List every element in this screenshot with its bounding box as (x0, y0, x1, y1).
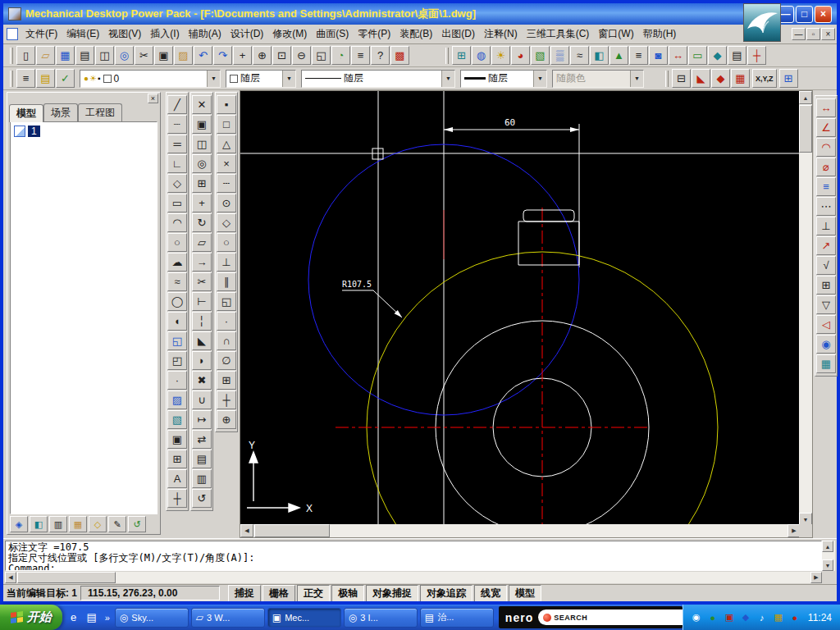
menu-item[interactable]: 三维工具集(C) (523, 25, 594, 43)
menu-item[interactable]: 注释(N) (480, 25, 522, 43)
snap-intersection-icon[interactable]: × (217, 154, 236, 173)
linetype-combo[interactable]: 随层 ▼ (301, 70, 455, 88)
color-combo[interactable]: 随层 ▼ (226, 70, 296, 88)
snap-tangent-icon[interactable]: ○ (217, 233, 236, 252)
snap-node-icon[interactable]: · (217, 312, 236, 331)
osnap-toggle[interactable]: 对象捕捉 (366, 585, 418, 602)
fillet-icon[interactable]: ◗ (192, 351, 212, 370)
coordinate-display[interactable]: 115.15, 276.23, 0.00 (80, 586, 220, 600)
toolbar-grip[interactable] (10, 48, 13, 64)
network-icon[interactable]: ▦ (772, 611, 785, 624)
bom-icon[interactable]: ▦ (816, 354, 836, 373)
lineweight-toggle[interactable]: 线宽 (474, 585, 507, 602)
start-button[interactable]: 开始 (0, 605, 62, 630)
tab-model[interactable]: 模型 (9, 104, 43, 122)
chamfer-icon[interactable]: ◣ (192, 331, 212, 350)
polar-toggle[interactable]: 极轴 (331, 585, 364, 602)
update-icon[interactable]: ↺ (128, 516, 146, 532)
xyz-filter-button[interactable]: X,Y,Z (752, 69, 777, 88)
break-icon[interactable]: ╎ (192, 312, 212, 331)
erase-icon[interactable]: ✕ (192, 95, 212, 114)
drawing-icon[interactable]: ▥ (49, 516, 67, 532)
ie-icon[interactable]: e (66, 609, 82, 626)
baseline-dimension-icon[interactable]: ≡ (816, 177, 836, 196)
rotate-icon[interactable]: ↻ (192, 213, 212, 232)
undo-icon[interactable]: ↶ (194, 46, 212, 65)
task-mechanical[interactable]: ▣Mec... (267, 608, 341, 628)
polygon-icon[interactable]: ◇ (167, 174, 187, 193)
balloon-icon[interactable]: ◉ (816, 335, 836, 354)
ortho-toggle[interactable]: 正交 (297, 585, 330, 602)
snap-toggle[interactable]: 捕捉 (228, 585, 261, 602)
show-desktop-icon[interactable]: ▤ (84, 609, 100, 626)
mdi-minimize-button[interactable]: — (792, 28, 806, 40)
chain-dimension-icon[interactable]: ⋯ (816, 197, 836, 216)
maximize-button[interactable]: □ (796, 6, 813, 23)
model-toggle[interactable]: 模型 (509, 585, 541, 602)
chevron-down-icon[interactable]: ▼ (441, 71, 454, 87)
nero-tray-icon[interactable]: ◉ (690, 611, 703, 624)
drawing-canvas[interactable]: 60 R107.5 (240, 91, 801, 526)
power-dimension-icon[interactable]: ↔ (816, 98, 836, 117)
update-icon[interactable]: ● (788, 611, 801, 624)
tree-item-drawing[interactable]: 1 (14, 126, 153, 137)
menu-item[interactable]: 编辑(E) (62, 25, 103, 43)
temp-track-icon[interactable]: ┼ (217, 390, 236, 409)
camera-icon[interactable]: ◙ (649, 46, 668, 65)
design-center-icon[interactable]: ⊞ (452, 46, 471, 65)
snap-from-icon[interactable]: ▪ (217, 95, 236, 114)
toolbar-grip[interactable] (10, 71, 13, 87)
zoom-window-icon[interactable]: ⊡ (272, 46, 291, 65)
weld-symbol-icon[interactable]: ◁ (816, 315, 836, 334)
angular-dimension-icon[interactable]: ∠ (816, 118, 836, 137)
layer-states-icon[interactable]: ▤ (36, 69, 55, 88)
mline-icon[interactable]: ═ (167, 135, 187, 153)
menu-item[interactable]: 辅助(A) (185, 25, 226, 43)
revcloud-icon[interactable]: ☁ (167, 253, 187, 272)
point-style-icon[interactable]: ┼ (167, 489, 187, 508)
volume-icon[interactable]: ♪ (756, 611, 769, 624)
chevron-down-icon[interactable]: ▼ (533, 71, 546, 87)
zoom-dynamic-icon[interactable]: ⊕ (217, 410, 236, 429)
mdi-close-button[interactable]: × (821, 28, 835, 40)
print-preview-icon[interactable]: ◫ (95, 46, 114, 65)
regen-icon[interactable]: ↺ (192, 489, 212, 508)
command-vertical-scrollbar[interactable]: ▲ ▼ (822, 541, 835, 571)
nero-search-box[interactable]: SEARCH (538, 609, 703, 625)
datum-icon[interactable]: ▽ (816, 295, 836, 314)
spline-icon[interactable]: ≈ (167, 272, 187, 291)
task-document[interactable]: ▤治... (420, 608, 494, 628)
snap-extension-icon[interactable]: ┄ (217, 174, 236, 193)
otrack-toggle[interactable]: 对象追踪 (420, 585, 472, 602)
rectangle-icon[interactable]: ▭ (167, 194, 187, 212)
match-properties-icon[interactable]: ▥ (192, 469, 212, 488)
copy-icon[interactable]: ▣ (154, 46, 173, 65)
orbit-icon[interactable]: ◔ (331, 46, 350, 65)
toolbar-grip[interactable] (445, 48, 449, 64)
cut-icon[interactable]: ✂ (135, 46, 153, 65)
list-icon[interactable]: ▤ (728, 46, 746, 65)
circle-icon[interactable]: ○ (167, 233, 187, 252)
panel-close-button[interactable]: × (148, 94, 158, 103)
arc-icon[interactable]: ◠ (167, 213, 187, 232)
hatch-icon[interactable]: ▨ (167, 390, 187, 409)
snap-center-icon[interactable]: ⊙ (217, 194, 236, 212)
menu-item[interactable]: 修改(M) (268, 25, 311, 43)
save-icon[interactable]: ▦ (56, 46, 75, 65)
landscape-icon[interactable]: ▲ (609, 46, 628, 65)
osnap-settings-icon[interactable]: ⊞ (779, 69, 798, 88)
layer-combo[interactable]: ●☀▪ 0 ▼ (80, 70, 221, 88)
menu-item[interactable]: 装配(B) (395, 25, 436, 43)
assembly-icon[interactable]: ◈ (10, 516, 28, 532)
pan-icon[interactable]: + (233, 46, 252, 65)
canvas-vertical-scrollbar[interactable]: ▲ ▼ (799, 91, 812, 526)
make-block-icon[interactable]: ◰ (167, 351, 187, 370)
options-icon[interactable]: ◇ (89, 516, 107, 532)
render-icon[interactable]: ◍ (472, 46, 491, 65)
tab-drawing[interactable]: 工程图 (78, 103, 122, 121)
graphics-tray-icon[interactable]: ◆ (739, 611, 752, 624)
menu-item[interactable]: 帮助(H) (639, 25, 681, 43)
print-icon[interactable]: ▤ (75, 46, 94, 65)
statistics-icon[interactable]: ≡ (629, 46, 648, 65)
command-horizontal-scrollbar[interactable]: ◀ ▶ (5, 572, 822, 583)
